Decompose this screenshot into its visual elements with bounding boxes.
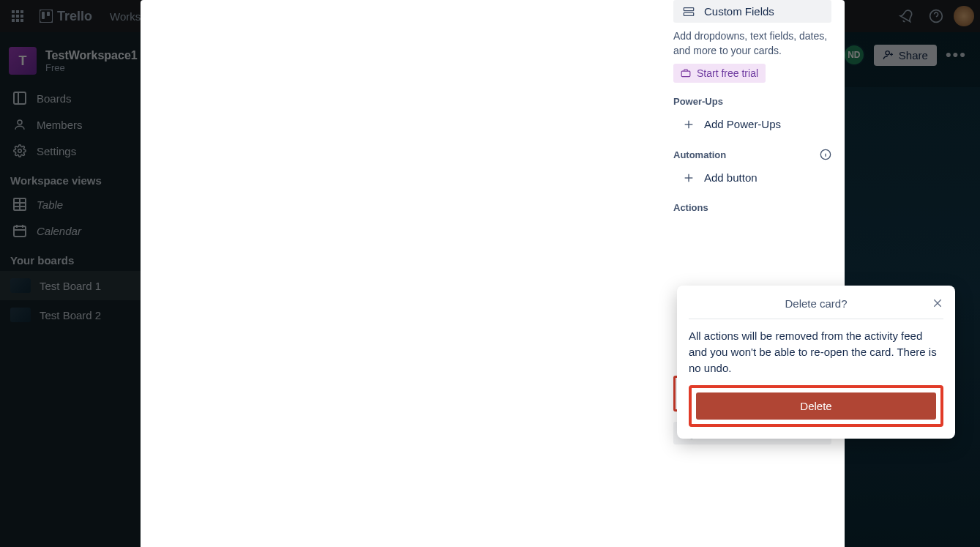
button-label: Custom Fields: [704, 5, 774, 18]
card-detail-modal: Custom Fields Add dropdowns, text fields…: [141, 0, 845, 547]
delete-confirmation-popover: Delete card? All actions will be removed…: [677, 286, 955, 439]
button-label: Add button: [704, 171, 758, 184]
plus-icon: [683, 172, 695, 184]
start-trial-button[interactable]: Start free trial: [673, 64, 766, 83]
confirm-delete-button[interactable]: Delete: [696, 392, 936, 420]
trial-label: Start free trial: [697, 67, 758, 79]
close-icon: [932, 297, 943, 309]
close-popover-button[interactable]: [932, 297, 943, 311]
plus-icon: [683, 119, 695, 130]
add-automation-button[interactable]: Add button: [673, 166, 831, 189]
powerups-heading: Power-Ups: [673, 96, 831, 107]
divider: [689, 319, 943, 319]
popover-body: All actions will be removed from the act…: [689, 328, 943, 376]
button-label: Delete: [800, 400, 831, 412]
svg-rect-30: [684, 12, 693, 15]
add-powerups-button[interactable]: Add Power-Ups: [673, 113, 831, 135]
actions-heading: Actions: [673, 202, 831, 213]
custom-fields-button[interactable]: Custom Fields: [673, 0, 831, 23]
svg-rect-29: [684, 7, 693, 10]
briefcase-icon: [681, 68, 691, 78]
popover-title: Delete card?: [785, 297, 847, 310]
button-label: Add Power-Ups: [704, 118, 781, 130]
annotation-highlight-delete-confirm: Delete: [689, 385, 943, 427]
custom-fields-description: Add dropdowns, text fields, dates, and m…: [673, 29, 831, 58]
svg-rect-31: [681, 71, 690, 77]
automation-heading: Automation: [673, 149, 726, 160]
custom-fields-icon: [683, 6, 695, 18]
info-icon[interactable]: [820, 149, 831, 160]
